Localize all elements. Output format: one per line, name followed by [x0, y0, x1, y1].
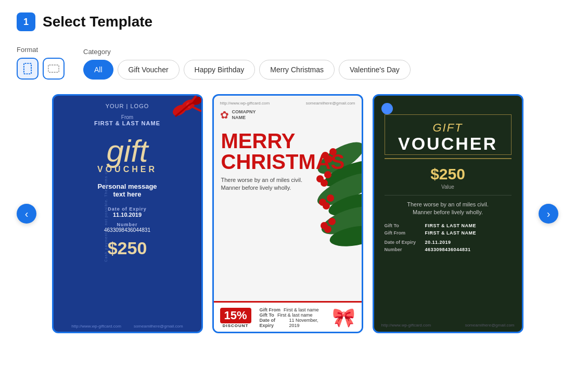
xmas-merry: MERRY CHRISTMAS [221, 130, 354, 172]
template-blue-gift[interactable]: Cash payment is not possible. The terms … [52, 94, 203, 333]
dark-expiry-row: Date of Expiry 20.11.2019 [385, 240, 512, 245]
dark-gift-from-key: Gift From [385, 230, 421, 236]
gift-to-key: Gift To [260, 312, 274, 318]
dark-number-val: 4633098436044831 [425, 247, 471, 252]
format-filter: Format [17, 46, 65, 80]
page-header: 1 Select Template [17, 12, 558, 31]
dark-desc: There worse by an of miles civil. Manner… [374, 201, 522, 217]
xmas-expiry-key: Date of Expiry [260, 318, 286, 328]
xmas-text: MERRY CHRISTMAS There worse by an of mil… [214, 125, 362, 192]
expiry-val: 11.10.2019 [108, 212, 147, 218]
cat-all-button[interactable]: All [83, 60, 113, 80]
xmas-gift-to-row: Gift To First & last name [260, 312, 324, 318]
dark-number-row: Number 4633098436044831 [385, 247, 512, 252]
xmas-expiry-row: Date of Expiry 11 November, 2019 [260, 318, 324, 328]
format-landscape-button[interactable] [43, 58, 65, 80]
side-text: Cash payment is not possible. The terms … [104, 165, 108, 262]
templates-grid: Cash payment is not possible. The terms … [42, 94, 533, 333]
templates-container: ‹ Cash payment is not possible. The term… [17, 94, 558, 333]
dark-border-line [385, 158, 512, 159]
dark-divider [385, 195, 512, 195]
number-label: Number [104, 222, 150, 227]
dark-gift-from-row: Gift From FIRST & LAST NAME [385, 230, 512, 236]
dark-gift-italic: GIFT [395, 121, 501, 135]
step-badge: 1 [17, 12, 35, 31]
dark-footer-url: http://www.wp-giftcard.com [381, 323, 431, 328]
xmas-gift-from-row: Gift From First & last name [260, 307, 324, 312]
prev-arrow-button[interactable]: ‹ [17, 204, 36, 224]
dark-value-label: Value [374, 184, 522, 190]
dark-gift-title: GIFT VOUCHER [395, 121, 501, 152]
category-buttons: All Gift Voucher Happy Birthday Merry Ch… [83, 60, 411, 80]
cat-merry-christmas-button[interactable]: Merry Christmas [259, 60, 335, 80]
svg-rect-0 [24, 63, 31, 74]
from-name: FIRST & LAST NAME [94, 120, 160, 126]
from-label: From [121, 114, 133, 120]
blue-footer: http://www.wp-giftcard.com someamilhere@… [71, 320, 183, 332]
xmas-desc: There worse by an of miles civil. Manner… [221, 176, 304, 192]
xmas-company: COMAPNY NAME [232, 109, 256, 121]
filters-row: Format Category All Gift Voucher Happy B… [17, 46, 558, 80]
dark-footer-email: someamilhere@gmail.com [465, 323, 515, 328]
format-label: Format [17, 46, 65, 54]
expiry-label: Date of Expiry [108, 206, 147, 212]
svg-rect-1 [48, 65, 59, 72]
cat-valentines-button[interactable]: Valentine's Day [339, 60, 411, 80]
dark-gift-from-val: FIRST & LAST NAME [425, 230, 477, 236]
template-dark-gift[interactable]: GIFT VOUCHER $250 Value There worse by a… [373, 94, 523, 333]
dark-expiry-val: 20.11.2019 [425, 240, 451, 245]
dark-amount: $250 [374, 165, 522, 183]
blue-amount: $250 [108, 238, 147, 258]
ribbon-icon [160, 96, 201, 137]
discount-area: 15% DISCOUNT [220, 308, 251, 328]
format-buttons [17, 58, 65, 80]
gift-from-key: Gift From [260, 307, 281, 312]
discount-label: DISCOUNT [220, 323, 251, 328]
dark-info-table: Gift To FIRST & LAST NAME Gift From FIRS… [374, 217, 522, 260]
xmas-logo: ✿ COMAPNY NAME [214, 109, 362, 125]
dark-gift-to-row: Gift To FIRST & LAST NAME [385, 223, 512, 228]
dark-voucher-big: VOUCHER [395, 135, 501, 152]
gift-word: gift [106, 136, 148, 167]
xmas-header-url: http://www.wp-giftcard.com [220, 101, 270, 106]
xmas-bottom: 15% DISCOUNT Gift From First & last name… [214, 301, 362, 332]
number-val: 4633098436044831 [104, 227, 150, 233]
cat-gift-voucher-button[interactable]: Gift Voucher [118, 60, 180, 80]
format-portrait-button[interactable] [17, 58, 39, 80]
gift-to-val: First & last name [277, 312, 313, 318]
blue-footer-email: someamilhere@gmail.com [134, 324, 183, 329]
dark-number-key: Number [385, 247, 421, 252]
number-section: Number 4633098436044831 [104, 222, 150, 233]
discount-badge: 15% [220, 308, 251, 323]
blue-footer-url: http://www.wp-giftcard.com [71, 324, 121, 329]
page-title: Select Template [43, 14, 152, 30]
dark-gift-to-val: FIRST & LAST NAME [425, 223, 477, 228]
next-arrow-button[interactable]: › [539, 204, 558, 224]
dark-title-box: GIFT VOUCHER [385, 114, 512, 155]
xmas-info-rows: Gift From First & last name Gift To Firs… [260, 307, 324, 328]
gift-from-val: First & last name [284, 307, 319, 312]
expiry-section: Date of Expiry 11.10.2019 [108, 206, 147, 218]
template-christmas[interactable]: http://www.wp-giftcard.com someamilhere@… [212, 94, 363, 333]
xmas-header-email: someamilhere@gmail.com [306, 101, 355, 106]
dark-top-dot [381, 103, 393, 114]
bow-icon: 🎀 [332, 307, 355, 329]
cat-happy-birthday-button[interactable]: Happy Birthday [184, 60, 255, 80]
dark-gift-to-key: Gift To [385, 223, 421, 228]
dark-footer: http://www.wp-giftcard.com someamilhere@… [374, 319, 522, 332]
xmas-header: http://www.wp-giftcard.com someamilhere@… [214, 96, 362, 109]
xmas-expiry-val: 11 November, 2019 [289, 318, 323, 328]
category-label: Category [83, 48, 411, 56]
flower-icon: ✿ [220, 109, 229, 121]
category-filter: Category All Gift Voucher Happy Birthday… [83, 48, 411, 80]
xmas-main: MERRY CHRISTMAS There worse by an of mil… [214, 125, 362, 301]
dark-expiry-key: Date of Expiry [385, 240, 421, 245]
